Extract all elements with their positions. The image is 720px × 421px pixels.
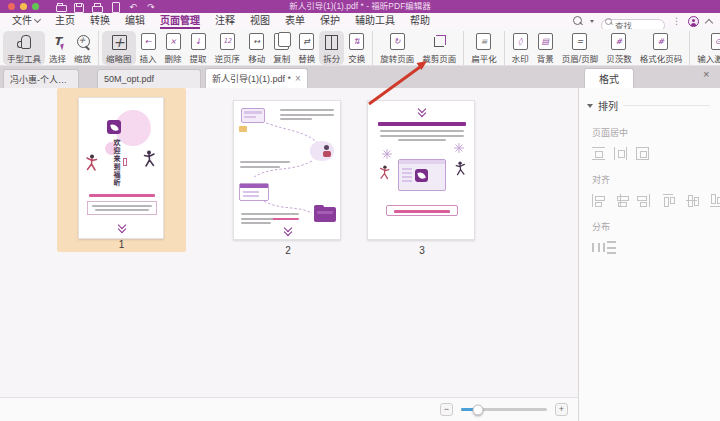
collapse-ribbon-icon[interactable] [705,18,713,26]
menu-item[interactable]: 注释 [215,13,235,29]
center-in-page-icon[interactable] [636,147,649,160]
align-top-icon[interactable] [663,194,673,207]
more-options-icon[interactable]: ⋮ [672,16,681,27]
redo-icon[interactable]: ↷ [146,2,156,12]
ribbon-button[interactable]: 拆分 [319,31,344,65]
ribbon-button[interactable]: ⇅ 交换 [344,31,369,65]
chevron-down-icon[interactable] [590,20,594,23]
document-tab[interactable]: 冯小惠-个人简历.pdf ... [3,69,79,88]
copy-page-icon [274,33,289,50]
open-icon[interactable] [56,2,66,12]
folder-illustration [314,207,336,222]
cta-button-illustration [386,205,458,216]
extract-page-icon: ↓ [191,33,206,50]
center-vertically-icon[interactable] [614,147,627,160]
ribbon-button[interactable]: ← 插入 [136,31,161,70]
ribbon-button[interactable]: × 删除 [161,31,186,65]
menu-item[interactable]: 帮助 [410,13,430,29]
thumbnail-view: 欢迎来到福昕 1 [0,88,578,397]
align-vertical-center-icon[interactable] [686,194,696,207]
close-window-button[interactable] [8,3,15,10]
distribute-vertically-icon[interactable] [605,241,618,254]
window-illustration [241,108,265,123]
collapse-triangle-icon [587,104,593,108]
page-3-preview [367,100,475,240]
format-group: 页面居中 [579,126,720,160]
close-icon[interactable]: × [295,74,301,84]
menu-item[interactable]: 页面管理 [160,13,200,29]
page-title-text: 欢迎来到福昕 [111,139,121,187]
document-tab[interactable]: 50M_opt.pdf [97,69,201,88]
reverse-order-icon: 12 [220,33,235,50]
delete-page-icon: × [166,33,181,50]
bates-number-icon: # [611,33,626,50]
ribbon-button[interactable]: + 缩放 [70,31,95,70]
ribbon-button[interactable]: ≡ 扁平化 [467,31,501,65]
ribbon-button[interactable]: T 选择 [45,31,70,70]
maximize-window-button[interactable] [32,3,39,10]
zoom-in-button[interactable]: + [555,403,568,416]
thumbnail-page-3[interactable]: 3 [367,100,477,256]
ribbon-button[interactable]: # 格式化页码 [636,31,687,65]
ribbon-button[interactable]: 裁剪页面 [418,31,460,65]
close-panel-icon[interactable]: × [703,69,709,80]
format-group: 对齐 [579,173,720,207]
menu-item[interactable]: 表单 [285,13,305,29]
ribbon-button[interactable]: ⊙ 输入激活码 [693,31,720,65]
sparkle-icon [382,149,392,159]
distribute-horizontally-icon[interactable] [592,241,605,254]
format-page-number-icon: # [653,33,668,50]
thumbnail-page-2[interactable]: 2 [233,100,343,256]
ribbon-button[interactable]: + 缩略图 [102,31,136,65]
align-horizontal-center-icon[interactable] [616,194,626,207]
align-left-icon[interactable] [592,194,603,207]
menu-item[interactable]: 辅助工具 [355,13,395,29]
zoom-slider-thumb[interactable] [473,404,484,415]
find-tool-icon[interactable] [573,16,587,27]
ribbon-button[interactable]: 手型工具 [3,31,45,65]
menu-item[interactable]: 视图 [250,13,270,29]
ribbon-group: ◊ 水印 ▤ 背景 = 页眉/页脚 [504,31,686,70]
person-illustration [142,150,157,170]
document-icon[interactable] [110,2,120,12]
save-icon[interactable] [74,2,84,12]
ribbon-button[interactable]: ↔ 移动 [244,31,269,65]
thumbnail-page-1[interactable]: 欢迎来到福昕 1 [57,88,186,252]
menu-item[interactable]: 文件 [12,13,40,29]
ribbon-button[interactable]: = 页眉/页脚 [558,31,602,70]
align-right-icon[interactable] [639,194,650,207]
ribbon-button[interactable]: ⇄ 替换 [294,31,319,65]
account-avatar[interactable] [688,16,699,27]
tab-format[interactable]: 格式 [584,68,634,88]
print-icon[interactable] [92,2,102,12]
menu-item[interactable]: 转换 [90,13,110,29]
menu-item[interactable]: 主页 [55,13,75,29]
undo-icon[interactable]: ↶ [128,2,138,12]
seal-decoration [123,158,127,166]
headline-bar [89,194,155,197]
arrange-section-header[interactable]: 排列 [587,98,710,113]
zoom-out-button[interactable]: − [440,403,453,416]
minimize-window-button[interactable] [20,3,27,10]
ribbon-button[interactable]: ↻ 旋转页面 [376,31,418,70]
zoom-control: − + [440,403,568,416]
menu-item[interactable]: 编辑 [125,13,145,29]
ribbon-button[interactable]: 复制 [269,31,294,65]
ribbon-button[interactable]: ▤ 背景 [533,31,558,70]
ribbon-button[interactable]: # 贝茨数 [602,31,636,70]
ribbon-button[interactable]: ↓ 提取 [186,31,211,65]
zoom-slider[interactable] [461,408,547,411]
ribbon-button[interactable]: ◊ 水印 [508,31,533,70]
ribbon-group: ↻ 旋转页面 裁剪页面 [372,31,460,70]
document-tab[interactable]: 新人引导(1)(1).pdf * × [205,68,308,88]
rotate-page-icon: ↻ [390,33,405,50]
chevron-down-icon [284,225,292,235]
menu-item[interactable]: 保护 [320,13,340,29]
text-block [240,161,290,170]
center-horizontally-icon[interactable] [592,147,605,160]
flatten-icon: ≡ [476,33,491,50]
ribbon-button[interactable]: 12 逆页序 [211,31,245,65]
text-block [380,130,464,144]
menubar: 文件 主页 转换 编辑 页面管理 [0,13,720,29]
align-bottom-icon[interactable] [710,194,720,207]
